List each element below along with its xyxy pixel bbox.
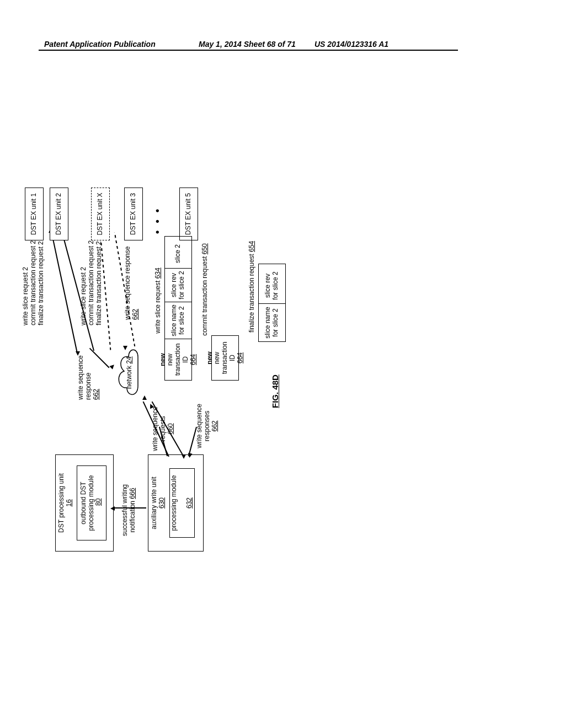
arrowhead-success	[110, 506, 115, 511]
wresp-label: write sequence responses662	[196, 400, 218, 452]
dst-ex-unit-5: DST EX unit 5	[179, 188, 198, 240]
unitX-requests: write slice request 2 commit transaction…	[80, 226, 103, 325]
dots-icon: • • •	[152, 207, 163, 234]
header-right: US 2014/0123316 A1	[315, 40, 388, 49]
proc-mod-label: processing module	[170, 475, 178, 531]
arrow-to-u2	[51, 230, 77, 351]
wseqresp-u2-label: write sequence response662	[77, 334, 100, 400]
dst-ex-unit-X: DST EX unit X	[91, 188, 110, 240]
unit2-requests: write slice request 2 commit transaction…	[22, 226, 45, 325]
arrowhead-from-uX	[123, 346, 127, 350]
arrowhead-from-u2	[76, 351, 80, 356]
network-label: network 24	[126, 356, 134, 389]
dst-ex-unit-1: DST EX unit 1	[25, 188, 44, 240]
ctr-table-title: commit transaction request 650	[201, 237, 209, 342]
aux-label: auxiliary write unit	[150, 477, 158, 529]
outbound-label: outbound DST processing module	[80, 467, 95, 539]
header-left: Patent Application Publication	[44, 40, 156, 49]
header-mid: May 1, 2014 Sheet 68 of 71	[199, 40, 296, 49]
proc-mod-num: 632	[186, 497, 194, 508]
aux-num: 630	[158, 497, 166, 508]
ftr-table-title: finalize transaction request 654	[248, 232, 256, 342]
dst-processing-label: DST processing unit	[57, 473, 65, 533]
dst-ex-unit-2: DST EX unit 2	[50, 188, 68, 240]
arrowhead-wresp	[187, 453, 192, 458]
dst-processing-num: 16	[65, 499, 73, 506]
wsr-table-title: write slice request 634	[154, 259, 162, 342]
arrow-success	[113, 508, 146, 509]
arrowhead-auxcloud1	[142, 395, 147, 400]
outbound-module-box: outbound DST processing module 80	[77, 465, 106, 540]
processing-module-box: processing module 632	[169, 468, 195, 538]
wseqresp-uX-label: write sequence response662	[124, 237, 140, 320]
header-rule	[39, 50, 458, 51]
wsr-table: newnew transaction ID664 slice name for …	[164, 236, 192, 381]
diagram: DST processing unit 16 outbound DST proc…	[61, 210, 447, 507]
dst-ex-unit-3: DST EX unit 3	[124, 188, 143, 240]
outbound-num: 80	[94, 499, 102, 506]
arrowhead-auxcloud2	[182, 454, 186, 459]
ftr-table: slice name for slice 2 slice rev for sli…	[258, 264, 286, 342]
ctr-table: newnew transaction ID664	[211, 335, 239, 381]
aux-write-unit-box: auxiliary write unit 630 processing modu…	[148, 454, 204, 552]
success-notification-label: successful writing notification 666	[121, 469, 137, 552]
figure-label: FIG. 48D	[270, 374, 280, 408]
dst-processing-unit-box: DST processing unit 16 outbound DST proc…	[55, 454, 114, 552]
